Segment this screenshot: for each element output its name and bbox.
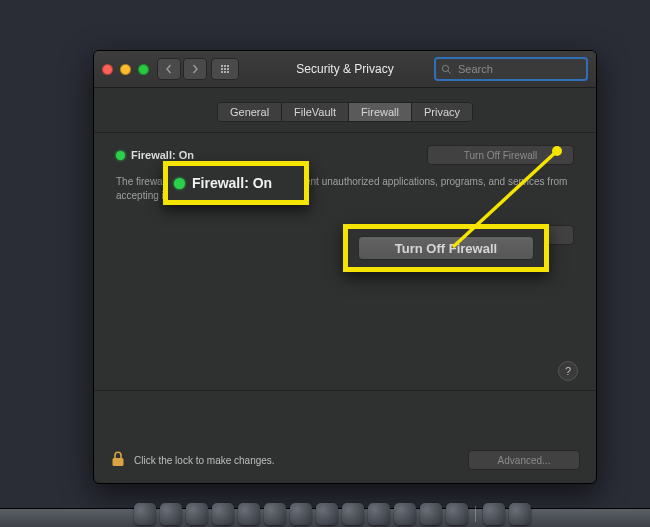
zoom-window-button[interactable] [138, 64, 149, 75]
search-input[interactable] [456, 62, 581, 76]
dock-app[interactable] [446, 503, 468, 525]
dock [0, 508, 650, 527]
advanced-button[interactable]: Advanced... [468, 450, 580, 470]
callout-firewall-status: Firewall: On [163, 161, 309, 205]
tab-filevault[interactable]: FileVault [282, 103, 349, 121]
callout-status-label: Firewall: On [192, 175, 272, 191]
lock-icon [110, 450, 126, 468]
titlebar: Security & Privacy [94, 51, 596, 88]
chevron-left-icon [164, 64, 174, 74]
dock-app[interactable] [483, 503, 505, 525]
chevron-right-icon [190, 64, 200, 74]
grid-icon [221, 65, 229, 73]
dock-app[interactable] [509, 503, 531, 525]
turn-off-firewall-button[interactable]: Turn Off Firewall [427, 145, 574, 165]
help-button[interactable]: ? [558, 361, 578, 381]
dock-app[interactable] [134, 503, 156, 525]
minimize-window-button[interactable] [120, 64, 131, 75]
svg-rect-2 [113, 458, 124, 466]
divider [94, 390, 596, 391]
show-all-button[interactable] [211, 58, 239, 80]
dock-app[interactable] [394, 503, 416, 525]
search-icon [441, 64, 452, 75]
firewall-status-label: Firewall: On [131, 149, 194, 161]
svg-line-1 [448, 70, 451, 73]
dock-app[interactable] [212, 503, 234, 525]
dock-app[interactable] [290, 503, 312, 525]
back-button[interactable] [157, 58, 181, 80]
window-controls [102, 64, 149, 75]
svg-point-0 [442, 65, 448, 71]
dock-app[interactable] [368, 503, 390, 525]
dock-app[interactable] [264, 503, 286, 525]
footer: Click the lock to make changes. Advanced… [94, 437, 596, 483]
dock-apps [134, 503, 531, 525]
dock-app[interactable] [186, 503, 208, 525]
status-indicator-icon [116, 151, 125, 160]
status-indicator-icon [174, 178, 185, 189]
dock-separator [475, 506, 476, 522]
firewall-status: Firewall: On [116, 149, 194, 161]
lock-hint: Click the lock to make changes. [134, 455, 275, 466]
tabs: General FileVault Firewall Privacy [217, 102, 473, 122]
tab-firewall[interactable]: Firewall [349, 103, 412, 121]
callout-turn-off: Turn Off Firewall [343, 224, 549, 272]
dock-app[interactable] [342, 503, 364, 525]
tab-privacy[interactable]: Privacy [412, 103, 472, 121]
dock-app[interactable] [238, 503, 260, 525]
dock-app[interactable] [316, 503, 338, 525]
forward-button[interactable] [183, 58, 207, 80]
nav-buttons [157, 58, 207, 80]
tab-general[interactable]: General [218, 103, 282, 121]
lock-button[interactable] [110, 450, 126, 471]
search-field[interactable] [434, 57, 588, 81]
callout-turn-off-button[interactable]: Turn Off Firewall [358, 236, 534, 260]
close-window-button[interactable] [102, 64, 113, 75]
tabs-row: General FileVault Firewall Privacy [94, 88, 596, 132]
dock-app[interactable] [160, 503, 182, 525]
dock-app[interactable] [420, 503, 442, 525]
